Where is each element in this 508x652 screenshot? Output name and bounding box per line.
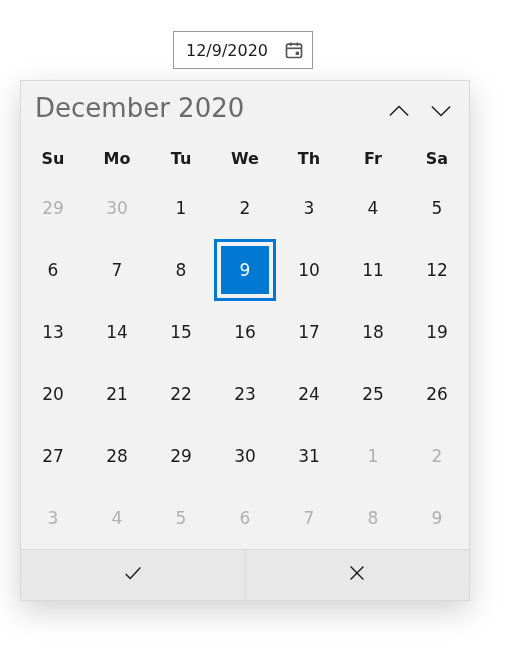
calendar-day[interactable]: 30	[85, 177, 149, 239]
calendar-day-number: 7	[285, 494, 333, 542]
calendar-day[interactable]: 30	[213, 425, 277, 487]
svg-rect-0	[287, 44, 302, 57]
calendar-day-number: 5	[157, 494, 205, 542]
calendar-day[interactable]: 5	[405, 177, 469, 239]
calendar-day[interactable]: 11	[341, 239, 405, 301]
calendar-day-number: 13	[29, 308, 77, 356]
calendar-day[interactable]: 21	[85, 363, 149, 425]
calendar-day[interactable]: 3	[277, 177, 341, 239]
calendar-day-number: 12	[413, 246, 461, 294]
calendar-day[interactable]: 13	[21, 301, 85, 363]
calendar-day[interactable]: 31	[277, 425, 341, 487]
next-month-button[interactable]	[427, 97, 455, 125]
calendar-day[interactable]: 19	[405, 301, 469, 363]
close-icon	[346, 562, 368, 588]
calendar-day-number: 20	[29, 370, 77, 418]
weekday-header: Fr	[341, 139, 405, 177]
calendar-day[interactable]: 7	[277, 487, 341, 549]
calendar-icon	[284, 40, 304, 60]
calendar-day-number: 27	[29, 432, 77, 480]
calendar-day[interactable]: 9	[213, 239, 277, 301]
calendar-day-number: 1	[349, 432, 397, 480]
calendar-day-number: 6	[221, 494, 269, 542]
calendar-header: December 2020	[21, 81, 469, 139]
calendar-day-number: 8	[349, 494, 397, 542]
calendar-day[interactable]: 6	[21, 239, 85, 301]
calendar-day-number: 4	[93, 494, 141, 542]
calendar-day[interactable]: 2	[405, 425, 469, 487]
calendar-day-number: 26	[413, 370, 461, 418]
calendar-day-number: 8	[157, 246, 205, 294]
calendar-day-number: 7	[93, 246, 141, 294]
calendar-day-number: 2	[413, 432, 461, 480]
calendar-day[interactable]: 18	[341, 301, 405, 363]
calendar-day-number: 3	[29, 494, 77, 542]
calendar-day-number: 30	[93, 184, 141, 232]
calendar-day-number: 29	[157, 432, 205, 480]
calendar-day-number: 9	[413, 494, 461, 542]
calendar-day[interactable]: 22	[149, 363, 213, 425]
calendar-day-number: 21	[93, 370, 141, 418]
calendar-footer	[21, 549, 469, 600]
calendar-day[interactable]: 6	[213, 487, 277, 549]
calendar-day-number: 18	[349, 308, 397, 356]
calendar-day[interactable]: 29	[149, 425, 213, 487]
calendar-day[interactable]: 1	[149, 177, 213, 239]
calendar-day-number: 17	[285, 308, 333, 356]
calendar-day[interactable]: 27	[21, 425, 85, 487]
calendar-day-number: 4	[349, 184, 397, 232]
calendar-day-number: 6	[29, 246, 77, 294]
weekday-header: Sa	[405, 139, 469, 177]
calendar-day[interactable]: 15	[149, 301, 213, 363]
calendar-day[interactable]: 5	[149, 487, 213, 549]
calendar-day[interactable]: 28	[85, 425, 149, 487]
date-input[interactable]: 12/9/2020	[173, 31, 313, 69]
calendar-day[interactable]: 16	[213, 301, 277, 363]
calendar-day-grid: 2930123456789101112131415161718192021222…	[21, 177, 469, 549]
weekday-header: Mo	[85, 139, 149, 177]
calendar-day-number: 10	[285, 246, 333, 294]
calendar-day[interactable]: 7	[85, 239, 149, 301]
calendar-day-number: 28	[93, 432, 141, 480]
calendar-day-number: 19	[413, 308, 461, 356]
calendar-day-number: 9	[221, 246, 269, 294]
calendar-day[interactable]: 3	[21, 487, 85, 549]
calendar-day[interactable]: 20	[21, 363, 85, 425]
weekday-header: We	[213, 139, 277, 177]
calendar-day[interactable]: 8	[341, 487, 405, 549]
calendar-day[interactable]: 4	[85, 487, 149, 549]
weekday-header-row: SuMoTuWeThFrSa	[21, 139, 469, 177]
cancel-button[interactable]	[245, 550, 470, 600]
calendar-day-number: 16	[221, 308, 269, 356]
calendar-day[interactable]: 4	[341, 177, 405, 239]
date-input-value: 12/9/2020	[186, 41, 268, 60]
calendar-day-number: 25	[349, 370, 397, 418]
calendar-day[interactable]: 26	[405, 363, 469, 425]
calendar-title[interactable]: December 2020	[35, 93, 244, 123]
calendar-day[interactable]: 1	[341, 425, 405, 487]
calendar-day[interactable]: 29	[21, 177, 85, 239]
weekday-header: Tu	[149, 139, 213, 177]
calendar-day-number: 2	[221, 184, 269, 232]
calendar-day[interactable]: 17	[277, 301, 341, 363]
calendar-day[interactable]: 12	[405, 239, 469, 301]
calendar-day[interactable]: 2	[213, 177, 277, 239]
calendar-day-number: 23	[221, 370, 269, 418]
accept-button[interactable]	[21, 550, 245, 600]
calendar-day[interactable]: 9	[405, 487, 469, 549]
checkmark-icon	[122, 562, 144, 588]
calendar-day[interactable]: 25	[341, 363, 405, 425]
weekday-header: Th	[277, 139, 341, 177]
calendar-day[interactable]: 10	[277, 239, 341, 301]
calendar-day[interactable]: 23	[213, 363, 277, 425]
calendar-day[interactable]: 14	[85, 301, 149, 363]
calendar-day-number: 15	[157, 308, 205, 356]
calendar-day-number: 11	[349, 246, 397, 294]
calendar-day-number: 5	[413, 184, 461, 232]
weekday-header: Su	[21, 139, 85, 177]
calendar-day-number: 22	[157, 370, 205, 418]
svg-rect-4	[296, 52, 299, 55]
calendar-day[interactable]: 24	[277, 363, 341, 425]
prev-month-button[interactable]	[385, 97, 413, 125]
calendar-day[interactable]: 8	[149, 239, 213, 301]
